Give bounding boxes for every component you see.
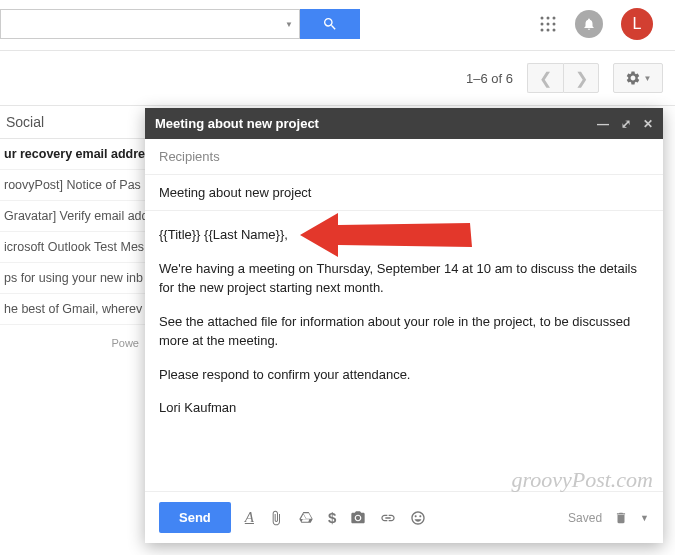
drive-icon[interactable] <box>298 510 314 526</box>
format-icon[interactable]: A <box>245 509 254 526</box>
subject-field[interactable]: Meeting about new project <box>145 175 663 211</box>
search-icon <box>322 16 338 32</box>
body-paragraph: See the attached file for information ab… <box>159 312 649 351</box>
inbox-item[interactable]: ur recovery email addre <box>0 139 145 170</box>
link-icon[interactable] <box>380 510 396 526</box>
money-icon[interactable]: $ <box>328 509 336 526</box>
svg-point-3 <box>541 23 544 26</box>
inbox-item[interactable]: ps for using your new inb <box>0 263 145 294</box>
prev-page-button[interactable]: ❮ <box>527 63 563 93</box>
photo-icon[interactable] <box>350 510 366 526</box>
body-signature: Lori Kaufman <box>159 398 649 418</box>
settings-caret-icon: ▼ <box>644 74 652 83</box>
svg-point-6 <box>541 29 544 32</box>
body-paragraph: Please respond to confirm your attendanc… <box>159 365 649 385</box>
compose-titlebar[interactable]: Meeting about new project — ⤢ ✕ <box>145 108 663 139</box>
svg-point-8 <box>553 29 556 32</box>
powered-label: Powe <box>0 325 145 349</box>
compose-window-controls: — ⤢ ✕ <box>597 117 653 131</box>
search-options-caret[interactable]: ▼ <box>285 20 293 29</box>
inbox-column: Social ur recovery email addre roovyPost… <box>0 106 145 555</box>
next-page-button[interactable]: ❯ <box>563 63 599 93</box>
body-greeting: {{Title}} {{Last Name}}, <box>159 225 649 245</box>
emoji-icon[interactable] <box>410 510 426 526</box>
inbox-item[interactable]: Gravatar] Verify email add <box>0 201 145 232</box>
minimize-icon[interactable]: — <box>597 117 609 131</box>
inbox-item[interactable]: icrosoft Outlook Test Mes <box>0 232 145 263</box>
more-caret-icon[interactable]: ▼ <box>640 513 649 523</box>
svg-point-1 <box>547 17 550 20</box>
saved-label: Saved <box>568 511 602 525</box>
compose-window: Meeting about new project — ⤢ ✕ Recipien… <box>145 108 663 543</box>
gear-icon <box>625 70 641 86</box>
tab-social[interactable]: Social <box>0 106 145 139</box>
page-nav: ❮ ❯ <box>527 63 599 93</box>
inbox-list: ur recovery email addre roovyPost] Notic… <box>0 139 145 325</box>
page-count: 1–6 of 6 <box>466 71 513 86</box>
svg-point-2 <box>553 17 556 20</box>
compose-footer-right: Saved ▼ <box>568 511 649 525</box>
inbox-item[interactable]: roovyPost] Notice of Pas <box>0 170 145 201</box>
trash-icon[interactable] <box>614 511 628 525</box>
header-right: L <box>539 8 665 40</box>
svg-point-0 <box>541 17 544 20</box>
svg-point-4 <box>547 23 550 26</box>
close-icon[interactable]: ✕ <box>643 117 653 131</box>
avatar[interactable]: L <box>621 8 653 40</box>
settings-button[interactable]: ▼ <box>613 63 663 93</box>
search-wrap: ▼ <box>0 9 360 39</box>
attach-icon[interactable] <box>268 510 284 526</box>
send-button[interactable]: Send <box>159 502 231 533</box>
inbox-item[interactable]: he best of Gmail, wherev <box>0 294 145 325</box>
search-button[interactable] <box>300 9 360 39</box>
recipients-field[interactable]: Recipients <box>145 139 663 175</box>
expand-icon[interactable]: ⤢ <box>621 117 631 131</box>
toolbar-right: 1–6 of 6 ❮ ❯ ▼ <box>466 63 663 93</box>
notifications-icon[interactable] <box>575 10 603 38</box>
compose-body[interactable]: {{Title}} {{Last Name}}, We're having a … <box>145 211 663 491</box>
body-paragraph: We're having a meeting on Thursday, Sept… <box>159 259 649 298</box>
compose-footer: Send A $ Saved ▼ <box>145 491 663 543</box>
app-header: ▼ L <box>0 0 675 51</box>
apps-icon[interactable] <box>539 15 557 33</box>
compose-title: Meeting about new project <box>155 116 319 131</box>
svg-point-5 <box>553 23 556 26</box>
svg-point-7 <box>547 29 550 32</box>
search-input[interactable]: ▼ <box>0 9 300 39</box>
toolbar: 1–6 of 6 ❮ ❯ ▼ <box>0 51 675 106</box>
